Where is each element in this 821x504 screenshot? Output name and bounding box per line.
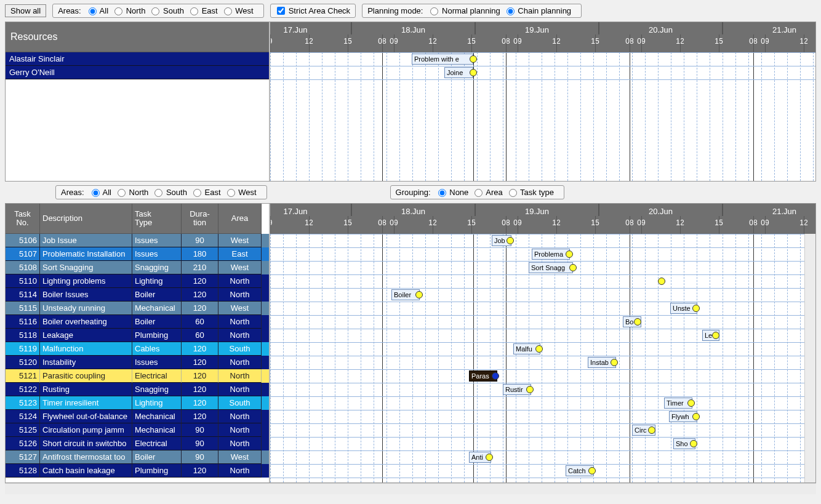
gantt-bar[interactable]: Sort Snagg (529, 262, 573, 273)
task-row[interactable]: 5118 Leakage Plumbing 60 North (6, 329, 269, 342)
timeline-body-2[interactable]: Job Problema Sort Snagg Boiler Unste Bo … (270, 234, 815, 482)
task-row[interactable]: 5110 Lighting problems Lighting 120 Nort… (6, 274, 269, 288)
task-row[interactable]: 5121 Parasitic coupling Electrical 120 N… (6, 369, 269, 383)
task-row[interactable]: 5127 Antifrost thermostat too Boiler 90 … (6, 450, 269, 464)
task-row[interactable]: 5119 Malfunction Cables 120 South (6, 342, 269, 356)
gantt-bar[interactable]: Problem with e (412, 54, 473, 65)
cell-description: Malfunction (40, 342, 132, 356)
cell-description: Rusting (40, 383, 132, 396)
radio-all[interactable]: All (90, 188, 111, 197)
day-label: 18.Jun (351, 22, 475, 34)
cell-task-no: 5108 (6, 261, 40, 274)
cell-task-type: Electrical (132, 437, 182, 450)
cell-duration: 120 (182, 410, 218, 423)
task-row[interactable]: 5125 Circulation pump jamm Mechanical 90… (6, 423, 269, 437)
task-row[interactable]: 5120 Instability Issues 120 North (6, 356, 269, 369)
resources-timeline[interactable]: 17.Jun18.Jun19.Jun20.Jun21.Jun9121508091… (270, 22, 815, 181)
cell-task-type: Snagging (132, 383, 182, 396)
col-duration[interactable]: Dura- tion (182, 204, 218, 234)
pin-icon (492, 372, 499, 380)
cell-area: North (218, 423, 262, 437)
resource-row[interactable]: Alastair Sinclair (6, 52, 269, 66)
radio-south[interactable]: South (153, 188, 187, 197)
vertical-scrollbar[interactable] (804, 234, 815, 482)
cell-task-type: Mechanical (132, 410, 182, 423)
radio-west[interactable]: West (226, 188, 257, 197)
pin-icon (692, 413, 700, 420)
pin-icon (588, 467, 596, 474)
cell-description: Instability (40, 356, 132, 369)
pin-icon (687, 399, 695, 407)
resource-row[interactable]: Gerry O'Neill (6, 66, 269, 79)
horizontal-scrollbar-left[interactable] (5, 483, 270, 494)
task-row[interactable]: 5128 Catch basin leakage Plumbing 120 No… (6, 464, 269, 478)
cell-duration: 120 (182, 302, 218, 315)
grouping-group: Grouping: None Area Task type (390, 185, 564, 199)
tasks-gantt-panel: Task No. Description Task Type Dura- tio… (5, 203, 816, 483)
pin-icon (712, 332, 719, 339)
task-row[interactable]: 5123 Timer inresilient Lighting 120 Sout… (6, 396, 269, 410)
cell-description: Timer inresilient (40, 396, 132, 410)
resources-header: Resources (6, 22, 269, 52)
areas-label-2: Areas: (61, 188, 84, 197)
cell-duration: 60 (182, 315, 218, 329)
cell-duration: 60 (182, 329, 218, 342)
task-row[interactable]: 5124 Flywheel out-of-balance Mechanical … (6, 410, 269, 423)
radio-south[interactable]: South (150, 6, 184, 15)
task-row[interactable]: 5122 Rusting Snagging 120 North (6, 383, 269, 396)
strict-area-check[interactable] (277, 7, 285, 15)
cell-area: North (218, 329, 262, 342)
cell-task-type: Electrical (132, 369, 182, 383)
task-row[interactable]: 5106 Job Issue Issues 90 West (6, 234, 269, 247)
cell-description: Short circuit in switchbo (40, 437, 132, 450)
pin-icon (690, 440, 697, 447)
pin-icon (486, 454, 493, 461)
col-description[interactable]: Description (40, 204, 132, 234)
task-row[interactable]: 5116 Boiler overheating Boiler 60 North (6, 315, 269, 329)
cell-task-type: Cables (132, 342, 182, 356)
radio-normal-planning[interactable]: Normal planning (429, 6, 500, 15)
gantt-bar[interactable]: Joine (444, 67, 473, 78)
radio-task-type[interactable]: Task type (508, 188, 554, 197)
task-table-header: Task No. Description Task Type Dura- tio… (6, 204, 269, 234)
task-row[interactable]: 5108 Sort Snagging Snagging 210 West (6, 261, 269, 274)
cell-task-no: 5128 (6, 464, 40, 478)
task-row[interactable]: 5114 Boiler Issues Boiler 120 North (6, 288, 269, 302)
cell-area: North (218, 315, 262, 329)
task-row[interactable]: 5107 Problematic Installation Issues 180… (6, 247, 269, 261)
horizontal-scrollbar-right[interactable] (270, 483, 816, 494)
cell-duration: 120 (182, 356, 218, 369)
tasks-timeline[interactable]: 17.Jun18.Jun19.Jun20.Jun21.Jun9121508091… (270, 204, 815, 482)
cell-task-no: 5120 (6, 356, 40, 369)
planning-mode-group: Planning mode: Normal planning Chain pla… (362, 4, 582, 18)
task-row[interactable]: 5115 Unsteady running Mechanical 120 Wes… (6, 302, 269, 315)
col-task-type[interactable]: Task Type (132, 204, 182, 234)
task-row[interactable]: 5126 Short circuit in switchbo Electrica… (6, 437, 269, 450)
radio-all[interactable]: All (87, 6, 108, 15)
radio-chain-planning[interactable]: Chain planning (505, 6, 571, 15)
radio-east[interactable]: East (189, 6, 218, 15)
cell-task-type: Lighting (132, 396, 182, 410)
radio-north[interactable]: North (116, 188, 148, 197)
grouping-label: Grouping: (396, 188, 431, 197)
cell-description: Catch basin leakage (40, 464, 132, 478)
cell-task-type: Snagging (132, 261, 182, 274)
cell-task-no: 5125 (6, 423, 40, 437)
radio-east[interactable]: East (192, 188, 221, 197)
col-area[interactable]: Area (218, 204, 262, 234)
cell-area: North (218, 437, 262, 450)
timeline-body[interactable]: Problem with e Joine (270, 52, 815, 181)
radio-none[interactable]: None (437, 188, 469, 197)
radio-north[interactable]: North (113, 6, 145, 15)
pin-icon (507, 237, 514, 244)
day-label: 19.Jun (475, 204, 599, 216)
gantt-bar[interactable]: Problema (532, 249, 570, 260)
col-task-no[interactable]: Task No. (6, 204, 40, 234)
pin-icon (470, 55, 477, 63)
radio-area[interactable]: Area (473, 188, 502, 197)
resources-gantt-panel: Resources Alastair SinclairGerry O'Neill… (5, 22, 816, 182)
cell-task-no: 5126 (6, 437, 40, 450)
show-all-button[interactable]: Show all (5, 4, 46, 17)
strict-check-label[interactable]: Strict Area Check (289, 6, 350, 15)
radio-west[interactable]: West (223, 6, 254, 15)
